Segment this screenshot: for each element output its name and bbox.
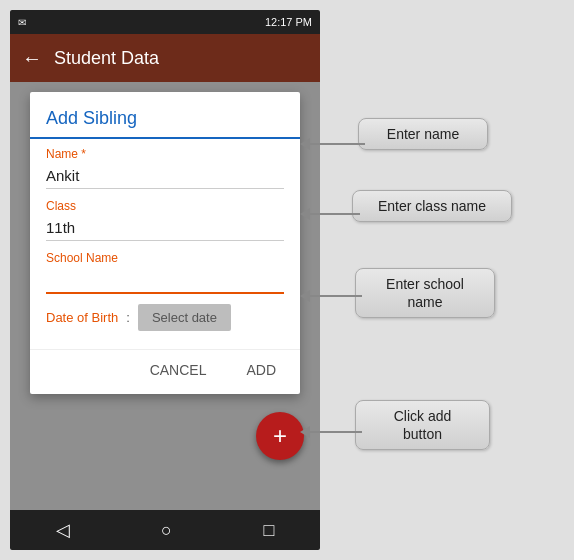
class-field: Class xyxy=(46,199,284,241)
school-name-input[interactable] xyxy=(46,267,284,294)
dob-label: Date of Birth xyxy=(46,310,118,325)
app-bar: ← Student Data xyxy=(10,34,320,82)
callout-enter-class: Enter class name xyxy=(352,190,512,222)
nav-home-icon[interactable]: ○ xyxy=(161,520,172,541)
callout-click-add: Click add button xyxy=(355,400,490,450)
nav-back-icon[interactable]: ◁ xyxy=(56,519,70,541)
status-time: 12:17 PM xyxy=(265,16,312,28)
class-input[interactable] xyxy=(46,215,284,241)
school-name-label: School Name xyxy=(46,251,284,265)
nav-recent-icon[interactable]: □ xyxy=(263,520,274,541)
name-input[interactable] xyxy=(46,163,284,189)
callout-enter-school: Enter school name xyxy=(355,268,495,318)
status-bar: ✉ 12:17 PM xyxy=(10,10,320,34)
select-date-button[interactable]: Select date xyxy=(138,304,231,331)
dob-row: Date of Birth : Select date xyxy=(46,304,284,331)
dialog-actions: Cancel Add xyxy=(30,349,300,394)
phone-frame: ✉ 12:17 PM ← Student Data Add Sibling Na… xyxy=(10,10,320,550)
name-label: Name * xyxy=(46,147,284,161)
fab-button[interactable]: + xyxy=(256,412,304,460)
gmail-icon: ✉ xyxy=(18,17,26,28)
add-sibling-dialog: Add Sibling Name * Class School Name xyxy=(30,92,300,394)
app-bar-title: Student Data xyxy=(54,48,159,69)
back-button[interactable]: ← xyxy=(22,47,42,70)
school-name-field: School Name xyxy=(46,251,284,294)
name-field: Name * xyxy=(46,147,284,189)
nav-bar: ◁ ○ □ xyxy=(10,510,320,550)
callout-enter-name: Enter name xyxy=(358,118,488,150)
cancel-button[interactable]: Cancel xyxy=(142,358,215,382)
dob-colon: : xyxy=(126,310,130,325)
dialog-title: Add Sibling xyxy=(30,92,300,139)
content-area: Add Sibling Name * Class School Name xyxy=(10,82,320,510)
status-icons-left: ✉ xyxy=(18,10,26,34)
dialog-body: Name * Class School Name xyxy=(30,139,300,349)
add-button[interactable]: Add xyxy=(238,358,284,382)
class-label: Class xyxy=(46,199,284,213)
